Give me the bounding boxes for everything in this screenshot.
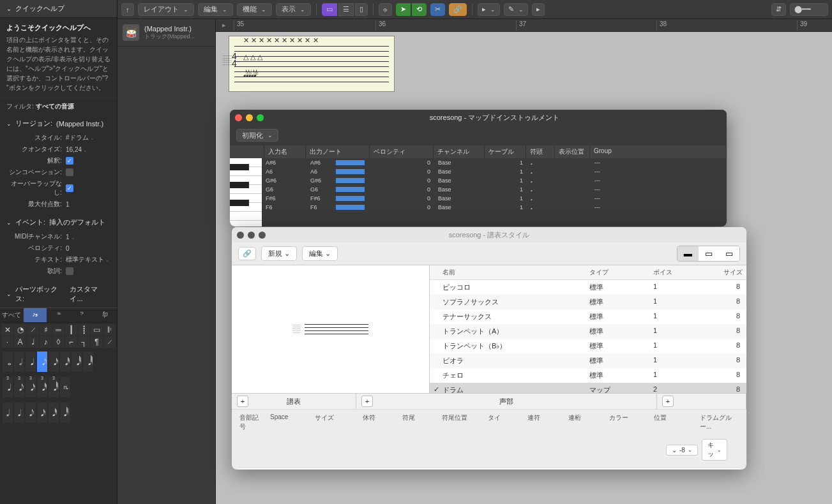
mapped-row[interactable]: G6G60Base1𝅘--- bbox=[262, 185, 727, 194]
pal-cell[interactable]: 𝄆 bbox=[103, 324, 116, 336]
pal-cell[interactable]: ♯ bbox=[40, 324, 52, 336]
palette-tab-clef[interactable]: 𝄢 bbox=[70, 308, 94, 322]
new-button[interactable]: 新規 ⌄ bbox=[261, 246, 297, 261]
add-staff-button[interactable]: + bbox=[237, 396, 248, 407]
pencil-tool[interactable]: ✎ bbox=[504, 3, 528, 16]
view-menu[interactable]: 表示 bbox=[276, 3, 311, 16]
note-triplet-3[interactable]: 𝅘𝅥𝅯3 bbox=[26, 377, 36, 397]
score-region[interactable]: 𝄚 44 ✕ ✕ ✕ ✕ ✕ ✕ ✕ ✕ ✕ ✕ △ △ △ 𝅘𝅥𝅮 𝅘𝅥𝅮 𝅘… bbox=[229, 36, 395, 92]
note-ntuplet[interactable]: n𝅘𝅥 bbox=[60, 377, 70, 397]
filter-row[interactable]: フィルタ: すべての音源 bbox=[0, 98, 117, 115]
view-single-button[interactable]: ▬ bbox=[677, 246, 699, 261]
interpret-checkbox[interactable] bbox=[66, 157, 73, 165]
pal-cell[interactable]: ⟋ bbox=[27, 324, 39, 336]
note-dotted-3[interactable]: 𝅘𝅥𝅮. bbox=[26, 403, 36, 423]
col-voice[interactable]: ボイス bbox=[649, 265, 704, 279]
edit-button[interactable]: 編集 ⌄ bbox=[302, 246, 338, 261]
style-list-row[interactable]: トランペット（B♭）標準18 bbox=[430, 339, 746, 353]
col-outnote[interactable]: 出力ノート bbox=[306, 145, 370, 158]
palette-tab-dynamics[interactable]: fp bbox=[93, 308, 117, 322]
pal-cell[interactable]: ┃ bbox=[65, 324, 77, 336]
layout-tool-button[interactable]: ⇵ bbox=[771, 3, 786, 16]
note-dotted-5[interactable]: 𝅘𝅥𝅰. bbox=[49, 403, 59, 423]
col-type[interactable]: タイプ bbox=[586, 265, 649, 279]
functions-menu[interactable]: 機能 bbox=[237, 3, 272, 16]
catch-button[interactable]: ➤ bbox=[396, 3, 411, 16]
view-linear-button[interactable]: ▭ bbox=[322, 3, 337, 16]
style-list-row[interactable]: テナーサックス標準18 bbox=[430, 309, 746, 324]
pal-cell[interactable]: ⌐ bbox=[65, 336, 77, 348]
ruler[interactable]: ▸ 35 36 37 38 39 bbox=[216, 19, 832, 32]
col-group[interactable]: Group bbox=[590, 145, 727, 158]
mapped-row[interactable]: G#6G#60Base1𝅘--- bbox=[262, 176, 727, 185]
position-dropdown[interactable]: ⌄ -8 bbox=[666, 445, 698, 456]
note-eighth[interactable]: 𝅘𝅥𝅮 bbox=[37, 352, 47, 372]
link-icon[interactable]: 🔗 bbox=[238, 247, 256, 260]
explode-button[interactable]: ✂ bbox=[430, 3, 445, 16]
pal-cell[interactable]: ♩ bbox=[27, 336, 39, 348]
add-voice-button[interactable]: + bbox=[361, 396, 373, 407]
piano-keyboard[interactable] bbox=[230, 158, 262, 226]
midi-in-button[interactable]: ⎆ bbox=[379, 3, 392, 16]
note-dotted-1[interactable]: 𝅗𝅥. bbox=[3, 403, 13, 423]
pal-cell[interactable]: ⟋ bbox=[103, 336, 116, 348]
event-header[interactable]: イベント: 挿入のデフォルト bbox=[0, 214, 117, 231]
view-dual-button[interactable]: ▭ bbox=[699, 246, 719, 261]
pointer-tool[interactable]: ▸ bbox=[478, 3, 500, 16]
minimize-icon[interactable] bbox=[248, 232, 255, 239]
edit-menu[interactable]: 編集 bbox=[198, 3, 233, 16]
pal-cell[interactable]: ┋ bbox=[78, 324, 90, 336]
pal-cell[interactable]: ═ bbox=[52, 324, 64, 336]
minimize-icon[interactable] bbox=[246, 114, 253, 121]
col-channel[interactable]: チャンネル bbox=[434, 145, 485, 158]
col-inputname[interactable]: 入力名 bbox=[264, 145, 306, 158]
text-value[interactable]: 標準テキスト bbox=[66, 255, 110, 264]
note-triplet-1[interactable]: 𝅘𝅥3 bbox=[3, 377, 13, 397]
close-icon[interactable] bbox=[237, 232, 244, 239]
style-value[interactable]: #ドラム bbox=[66, 133, 95, 142]
view-wrapped-button[interactable]: ☰ bbox=[338, 3, 354, 16]
init-menu[interactable]: 初期化 bbox=[236, 129, 278, 142]
layout-menu[interactable]: レイアウト bbox=[138, 3, 194, 16]
note-dotted-4[interactable]: 𝅘𝅥𝅯. bbox=[37, 403, 47, 423]
palette-tab-pedal[interactable]: 𝆮 bbox=[47, 308, 70, 322]
link-button[interactable]: ⟲ bbox=[412, 3, 427, 16]
partsbox-header[interactable]: パーツボックス: カスタマイ... bbox=[0, 281, 117, 308]
style-list-row[interactable]: トランペット（A）標準18 bbox=[430, 324, 746, 339]
col-head[interactable]: 符頭 bbox=[526, 145, 555, 158]
note-32nd[interactable]: 𝅘𝅥𝅰 bbox=[60, 352, 70, 372]
mapped-row[interactable]: F6F60Base1𝅘--- bbox=[262, 203, 727, 212]
view-page-button[interactable]: ▯ bbox=[355, 3, 368, 16]
mapped-row[interactable]: F#6F#60Base1𝅘--- bbox=[262, 194, 727, 203]
add-assign-button[interactable]: + bbox=[662, 396, 674, 407]
palette-tab-all[interactable]: すべて bbox=[0, 308, 24, 322]
alt-tool[interactable]: ▸ bbox=[532, 3, 545, 16]
note-quarter[interactable]: 𝅘𝅥 bbox=[26, 352, 36, 372]
pal-cell[interactable]: ¶ bbox=[91, 336, 103, 348]
col-cable[interactable]: ケーブル bbox=[485, 145, 526, 158]
syncopation-checkbox[interactable] bbox=[66, 168, 73, 176]
mapped-row[interactable]: A6A60Base1𝅘--- bbox=[262, 167, 727, 176]
chain-button[interactable]: 🔗 bbox=[449, 3, 467, 16]
style-list-row[interactable]: ピッコロ標準18 bbox=[430, 280, 746, 295]
midichan-value[interactable]: 1 bbox=[66, 233, 75, 241]
note-whole[interactable]: 𝅝 bbox=[3, 352, 13, 372]
pal-cell[interactable]: · bbox=[1, 336, 13, 348]
pal-cell[interactable]: ♪ bbox=[40, 336, 52, 348]
note-triplet-2[interactable]: 𝅘𝅥𝅮3 bbox=[14, 377, 24, 397]
pal-cell[interactable]: ◊ bbox=[52, 336, 64, 348]
pal-cell[interactable]: ▭ bbox=[91, 324, 103, 336]
lyric-checkbox[interactable] bbox=[66, 267, 73, 275]
style-list-row[interactable]: ✓ドラムマップ28 bbox=[430, 383, 746, 393]
note-triplet-5[interactable]: 𝅘𝅥𝅱3 bbox=[49, 377, 59, 397]
col-name[interactable]: 名前 bbox=[439, 265, 586, 279]
pal-cell[interactable]: ◔ bbox=[14, 324, 26, 336]
quantize-value[interactable]: 16,24 bbox=[66, 146, 87, 153]
hierarchy-up-button[interactable]: ↑ bbox=[121, 3, 134, 16]
note-dotted-6[interactable]: 𝅘𝅥𝅱. bbox=[60, 403, 70, 423]
zoom-slider[interactable]: ⬤━━ bbox=[790, 3, 828, 16]
mapped-titlebar[interactable]: scoresong - マップドインストゥルメント bbox=[230, 110, 727, 125]
note-16th[interactable]: 𝅘𝅥𝅯 bbox=[49, 352, 59, 372]
col-relpos[interactable]: 表示位置 bbox=[555, 145, 590, 158]
drumgroup-dropdown[interactable]: キッ bbox=[702, 439, 727, 461]
